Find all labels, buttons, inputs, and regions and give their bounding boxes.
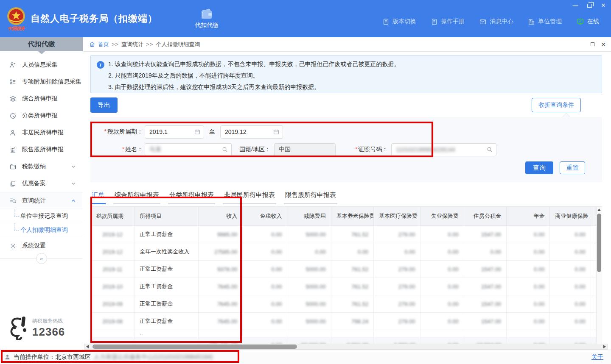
document-icon [382, 18, 390, 25]
minimize-button[interactable]: — [572, 2, 579, 8]
table-cell: 0.00 [550, 295, 591, 313]
breadcrumb-home[interactable]: 首页 [98, 41, 109, 48]
panel-close-icon[interactable]: ✕ [601, 42, 606, 47]
name-input[interactable]: 马某 [145, 143, 232, 156]
to-label: 至 [209, 128, 215, 136]
scroll-up-arrow[interactable] [597, 207, 602, 212]
table-row[interactable]: 2019-12全年一次性奖金收入27585.000.000.000.000.00… [91, 243, 597, 261]
scroll-right-arrow[interactable] [602, 344, 607, 349]
table-cell: 正常工资薪金 [135, 261, 198, 278]
table-cell: 0.00 [243, 278, 287, 295]
tab-nonresident-income[interactable]: 非居民所得申报表 [223, 191, 276, 204]
tab-summary[interactable]: 汇总 [90, 191, 106, 204]
bar-chart-icon [9, 146, 17, 153]
table-row[interactable]: 2019-12正常工资薪金9985.000.005000.00761.52279… [91, 226, 597, 243]
nationality-label: 国籍/地区： [239, 146, 271, 153]
table-cell: 0.00 [591, 243, 596, 261]
scroll-left-arrow[interactable] [84, 344, 90, 349]
table-cell: 761.52 [331, 261, 373, 278]
panel-maximize-icon[interactable] [591, 42, 594, 46]
table-cell: 7645.00 [198, 278, 242, 295]
table-cell: 0.00 [507, 226, 550, 243]
sidebar-subitem-label: 单位申报记录查询 [20, 212, 68, 220]
restore-button[interactable] [586, 2, 593, 8]
table-cell [420, 330, 464, 337]
period-to-input[interactable]: 2019.12 [220, 125, 283, 139]
table-cell: 0.00 [420, 226, 464, 243]
sidebar-item-preferential-filing[interactable]: 优惠备案 [0, 175, 83, 192]
tab-comprehensive-income[interactable]: 综合所得申报表 [113, 191, 160, 204]
sidebar-header-label: 代扣代缴 [28, 40, 55, 49]
summary-table: 税款所属期所得项目收入免税收入减除费用基本养老保险费基本医疗保险费失业保险费住房… [90, 206, 596, 350]
sidebar-item-personnel-info[interactable]: 人员信息采集 [0, 56, 83, 73]
table-cell: 279.00 [374, 261, 420, 278]
sidebar-item-label: 专项附加扣除信息采集 [22, 78, 81, 86]
sidebar-collapse-button[interactable]: « [36, 253, 47, 264]
breadcrumb-item: 个人扣缴明细查询 [156, 41, 200, 48]
period-from-input[interactable]: 2019.1 [145, 125, 204, 139]
about-link[interactable]: 关于 [591, 353, 603, 361]
horizontal-scroll-thumb[interactable] [92, 345, 297, 349]
tab-restricted-shares[interactable]: 限售股所得申报表 [284, 191, 337, 204]
reset-button[interactable]: 重置 [560, 161, 585, 174]
sidebar: 代扣代缴 人员信息采集 专项附加扣除信息采集 [0, 37, 83, 350]
sidebar-item-classified-income[interactable]: 分类所得申报 [0, 107, 83, 124]
sidebar-submenu: 单位申报记录查询 个人扣缴明细查询 [0, 209, 83, 237]
table-cell: 0.00 [243, 295, 287, 313]
vertical-scroll-thumb[interactable] [597, 214, 601, 272]
query-button[interactable]: 查询 [525, 161, 553, 174]
logo-caption: 中国税务 [8, 25, 25, 32]
sidebar-item-comprehensive-income[interactable]: 综合所得申报 [0, 90, 83, 107]
hotline-block: 纳税服务热线 12366 [8, 316, 65, 340]
sidebar-item-nonresident-income[interactable]: 非居民所得申报 [0, 124, 83, 141]
table-cell: 798.24 [331, 313, 373, 330]
table-cell: 0.00 [550, 278, 591, 295]
table-row[interactable]: 2019-10正常工资薪金7645.000.005000.00761.52279… [91, 278, 597, 295]
export-button[interactable]: 导出 [90, 97, 118, 113]
table-cell [243, 330, 287, 337]
table-row[interactable]: 2019-09正常工资薪金7645.000.005000.00761.52279… [91, 295, 597, 313]
sidebar-item-query-statistics[interactable]: 查询统计 [0, 192, 83, 209]
table-cell: 761.52 [331, 278, 373, 295]
search-icon [486, 146, 493, 153]
vertical-scrollbar[interactable] [596, 206, 602, 350]
breadcrumb-item: 查询统计 [121, 41, 143, 48]
copy-docs-icon [9, 180, 17, 187]
table-row[interactable]: 2019-11正常工资薪金9378.000.005000.00761.52279… [91, 261, 597, 278]
required-mark: * [104, 128, 107, 135]
monitor-check-icon [576, 18, 584, 25]
notice-line: 3. 由于数据处理的滞后性，建议您在申报成功3天之后再来查询最新的申报数据。 [108, 83, 400, 91]
sidebar-subitem-unit-declaration-query[interactable]: 单位申报记录查询 [0, 209, 83, 223]
table-clip: 税款所属期所得项目收入免税收入减除费用基本养老保险费基本医疗保险费失业保险费住房… [90, 206, 596, 350]
table-cell: 0.00 [243, 313, 287, 330]
sidebar-item-restricted-shares[interactable]: 限售股所得申报 [0, 141, 83, 158]
menu-item-manual[interactable]: 操作手册 [431, 18, 465, 25]
current-unit-redacted: 人力资源公共服务中心(12110102199845184) [94, 353, 213, 361]
table-row[interactable]: 2019-08正常工资薪金7645.000.005000.00798.24279… [91, 313, 597, 330]
id-number-input[interactable]: 110102199904228144 [391, 143, 496, 156]
table-cell: 0.00 [550, 261, 591, 278]
calendar-icon [273, 128, 280, 135]
home-icon [89, 41, 95, 47]
tab-classified-income[interactable]: 分类所得申报表 [168, 191, 215, 204]
close-button[interactable]: ✕ [600, 2, 607, 8]
table-cell: 279.00 [374, 226, 420, 243]
menu-item-unit-management[interactable]: 单位管理 [528, 18, 562, 25]
sidebar-item-tax-payment[interactable]: 税款缴纳 [0, 158, 83, 175]
sidebar-item-system-settings[interactable]: 系统设置 [0, 237, 83, 254]
national-emblem-logo: 中国税务 [3, 6, 30, 32]
tab-daikou-daijiao[interactable]: 代扣代缴 [195, 0, 219, 37]
query-form: *税款所属期： 2019.1 至 2019.12 [90, 117, 602, 182]
menu-item-version-switch[interactable]: 版本切换 [382, 18, 416, 25]
horizontal-scrollbar[interactable] [84, 344, 608, 350]
sidebar-item-label: 查询统计 [22, 197, 46, 205]
menu-item-message-center[interactable]: 消息中心 [479, 18, 513, 25]
collapse-query-button[interactable]: 收折查询条件 [532, 98, 581, 112]
sidebar-subitem-personal-withholding-query[interactable]: 个人扣缴明细查询 [0, 223, 83, 237]
table-cell: 0.00 [591, 313, 596, 330]
sidebar-item-special-deduction[interactable]: 专项附加扣除信息采集 [0, 73, 83, 90]
table-cell: 0.00 [507, 278, 550, 295]
table-cell: 0.00 [243, 226, 287, 243]
breadcrumb: 首页 >> 查询统计 >> 个人扣缴明细查询 ✕ [83, 37, 611, 52]
table-cell: 0.00 [420, 243, 464, 261]
